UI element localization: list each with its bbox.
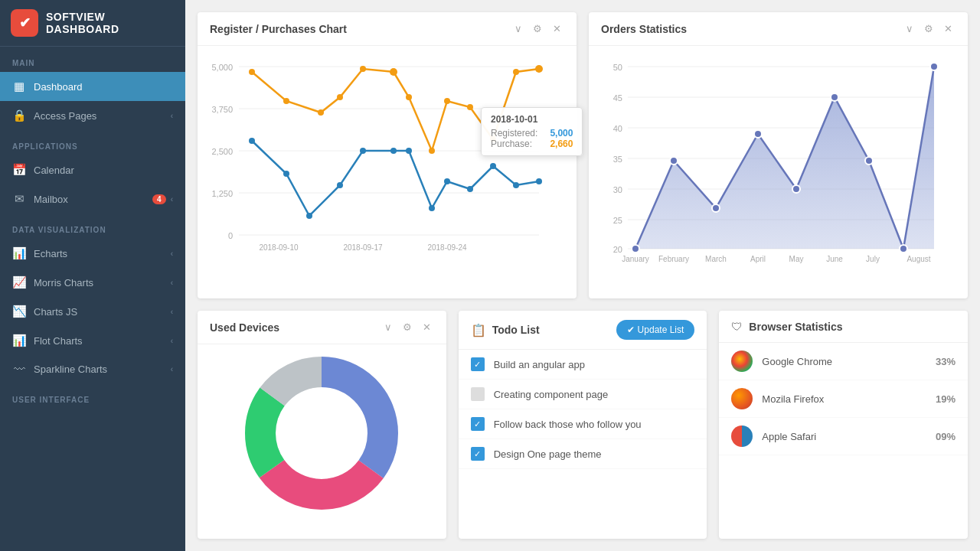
settings-register-button[interactable]: ⚙ bbox=[530, 21, 545, 36]
firefox-name: Mozila Firefox bbox=[762, 393, 936, 405]
orders-chart-title: Orders Statistics bbox=[601, 23, 903, 35]
svg-text:35: 35 bbox=[613, 155, 622, 164]
chevron-icon-chartsjs: ‹ bbox=[171, 308, 173, 316]
todo-item-text-4: Design One page theme bbox=[494, 448, 602, 460]
sidebar-section-applications: APPLICATIONS bbox=[0, 130, 185, 155]
todo-item-1: ✓ Build an angular app bbox=[459, 350, 707, 380]
svg-point-77 bbox=[279, 391, 364, 475]
svg-point-32 bbox=[406, 148, 412, 154]
svg-point-16 bbox=[337, 94, 343, 100]
svg-point-23 bbox=[490, 136, 496, 142]
sidebar-section-main: MAIN bbox=[0, 47, 185, 72]
settings-orders-button[interactable]: ⚙ bbox=[921, 21, 936, 36]
register-purchases-card: Register / Purchases Chart ∨ ⚙ ✕ 5,000 3… bbox=[198, 12, 577, 298]
sidebar-item-echarts[interactable]: 📊 Echarts ‹ bbox=[0, 239, 185, 268]
close-devices-button[interactable]: ✕ bbox=[420, 320, 434, 334]
svg-point-22 bbox=[467, 104, 473, 110]
svg-text:2018-09-24: 2018-09-24 bbox=[427, 243, 467, 252]
browser-item-firefox: Mozila Firefox 19% bbox=[719, 380, 968, 418]
sidebar-item-label-echarts: Echarts bbox=[34, 248, 67, 259]
register-chart-body: 5,000 3,750 2,500 1,250 0 2018-09-10 201… bbox=[198, 46, 577, 282]
mail-icon: ✉ bbox=[12, 192, 26, 206]
todo-list-card: 📋 Todo List ✔ Update List ✓ Build an ang… bbox=[459, 311, 707, 539]
calendar-icon: 📅 bbox=[12, 163, 26, 177]
svg-point-30 bbox=[360, 148, 366, 154]
sidebar-item-calendar[interactable]: 📅 Calendar bbox=[0, 155, 185, 184]
svg-text:August: August bbox=[906, 255, 930, 263]
close-register-button[interactable]: ✕ bbox=[550, 21, 564, 36]
sidebar-logo: ✔ SOFTVIEW DASHBOARD bbox=[0, 0, 185, 47]
svg-text:20: 20 bbox=[613, 245, 622, 254]
svg-point-61 bbox=[900, 245, 907, 253]
collapse-orders-button[interactable]: ∨ bbox=[903, 21, 916, 36]
svg-point-35 bbox=[467, 186, 473, 192]
svg-text:40: 40 bbox=[613, 124, 622, 133]
todo-item-4: ✓ Design One page theme bbox=[459, 439, 707, 469]
used-devices-title: Used Devices bbox=[210, 321, 381, 334]
settings-devices-button[interactable]: ⚙ bbox=[400, 320, 415, 334]
svg-text:0: 0 bbox=[228, 231, 233, 240]
charts-js-icon: 📉 bbox=[12, 305, 26, 318]
sidebar-item-mailbox[interactable]: ✉ Mailbox 4 ‹ bbox=[0, 184, 185, 214]
sidebar-item-label-mailbox: Mailbox bbox=[34, 194, 68, 205]
svg-point-24 bbox=[513, 69, 519, 75]
chevron-icon-sparkline: ‹ bbox=[171, 365, 173, 373]
todo-item-text-1: Build an angular app bbox=[494, 359, 585, 370]
todo-checkbox-1[interactable]: ✓ bbox=[471, 357, 485, 371]
todo-checkbox-4[interactable]: ✓ bbox=[471, 447, 485, 461]
svg-point-36 bbox=[490, 163, 496, 169]
browser-item-safari: Apple Safari 09% bbox=[719, 418, 968, 455]
todo-checkbox-3[interactable]: ✓ bbox=[471, 417, 485, 431]
sidebar-item-dashboard[interactable]: ▦ Dashboard bbox=[0, 72, 185, 101]
collapse-devices-button[interactable]: ∨ bbox=[381, 320, 395, 334]
close-orders-button[interactable]: ✕ bbox=[941, 21, 956, 36]
browser-stats-header: 🛡 Browser Statistics bbox=[719, 311, 968, 343]
svg-point-58 bbox=[792, 185, 800, 193]
svg-point-62 bbox=[930, 63, 938, 70]
mailbox-badge: 4 bbox=[152, 194, 166, 204]
main-content: Register / Purchases Chart ∨ ⚙ ✕ 5,000 3… bbox=[185, 0, 980, 551]
sidebar-item-charts-js[interactable]: 📉 Charts JS ‹ bbox=[0, 297, 185, 326]
sidebar-item-label-morris: Morris Charts bbox=[34, 277, 93, 289]
register-chart-header: Register / Purchases Chart ∨ ⚙ ✕ bbox=[198, 12, 577, 46]
sidebar-item-label-calendar: Calendar bbox=[34, 165, 74, 176]
sidebar-section-ui: USER INTERFACE bbox=[0, 383, 185, 409]
sidebar-item-morris-charts[interactable]: 📈 Morris Charts ‹ bbox=[0, 268, 185, 297]
bottom-grid: Used Devices ∨ ⚙ ✕ bbox=[198, 311, 968, 539]
chevron-icon-access: ‹ bbox=[171, 112, 173, 120]
svg-point-28 bbox=[306, 213, 312, 219]
sidebar-item-sparkline[interactable]: 〰 Sparkline Charts ‹ bbox=[0, 355, 185, 383]
svg-point-14 bbox=[283, 98, 289, 104]
chrome-icon bbox=[731, 350, 753, 372]
browser-items-container: Google Chrome 33% Mozila Firefox 19% bbox=[719, 343, 968, 455]
chevron-icon-mailbox: ‹ bbox=[171, 195, 173, 204]
svg-text:July: July bbox=[866, 255, 880, 263]
orders-chart-svg: 50 45 40 35 30 25 20 bbox=[601, 55, 938, 269]
svg-point-26 bbox=[249, 138, 255, 144]
svg-point-21 bbox=[444, 98, 450, 104]
chevron-icon-morris: ‹ bbox=[171, 279, 173, 287]
register-chart-title: Register / Purchases Chart bbox=[210, 23, 511, 35]
svg-point-31 bbox=[390, 148, 397, 154]
svg-point-37 bbox=[513, 182, 519, 188]
svg-point-38 bbox=[536, 178, 542, 184]
svg-text:3,750: 3,750 bbox=[211, 105, 233, 114]
todo-item-text-3: Follow back those who follow you bbox=[494, 419, 642, 430]
orders-chart-controls: ∨ ⚙ ✕ bbox=[903, 21, 956, 36]
sidebar-item-flot-charts[interactable]: 📊 Flot Charts ‹ bbox=[0, 326, 185, 355]
update-list-button[interactable]: ✔ Update List bbox=[616, 320, 694, 340]
svg-text:February: February bbox=[658, 255, 689, 263]
collapse-register-button[interactable]: ∨ bbox=[511, 21, 525, 36]
sidebar-item-access-pages[interactable]: 🔒 Access Pages ‹ bbox=[0, 101, 185, 130]
shield-icon: 🛡 bbox=[731, 320, 743, 333]
sidebar: ✔ SOFTVIEW DASHBOARD MAIN ▦ Dashboard 🔒 … bbox=[0, 0, 185, 551]
svg-text:June: June bbox=[826, 255, 843, 263]
todo-checkbox-2[interactable] bbox=[471, 387, 485, 401]
svg-point-15 bbox=[318, 109, 324, 116]
chevron-icon-flot: ‹ bbox=[171, 337, 173, 345]
register-chart-controls: ∨ ⚙ ✕ bbox=[511, 21, 564, 36]
svg-text:April: April bbox=[750, 255, 766, 263]
logo-text: SOFTVIEW DASHBOARD bbox=[46, 11, 175, 35]
browser-item-chrome: Google Chrome 33% bbox=[719, 343, 968, 380]
svg-point-60 bbox=[865, 157, 873, 165]
